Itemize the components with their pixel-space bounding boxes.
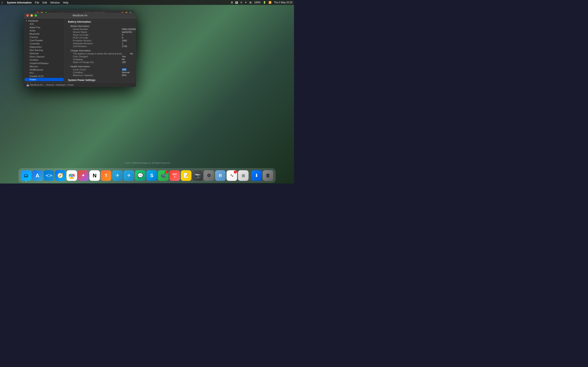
label-hardware-rev: Hardware Revision: bbox=[73, 42, 122, 45]
keyboard-icon[interactable]: A bbox=[249, 1, 252, 4]
row-firmware: Firmware Version: 1002 bbox=[68, 39, 133, 42]
focus-icon[interactable]: ⊙ bbox=[240, 1, 242, 4]
dock-trash[interactable]: 🗑 bbox=[263, 170, 273, 181]
sidebar-item-power[interactable]: Power bbox=[25, 78, 64, 81]
notion-menubar-icon[interactable]: N bbox=[235, 1, 238, 4]
wifi-icon[interactable]: 📶 bbox=[268, 1, 272, 4]
menu-help[interactable]: Help bbox=[63, 1, 68, 4]
row-warning: The battery's charge is below the warnin… bbox=[68, 52, 133, 55]
macbook-icon: 💻 bbox=[26, 83, 29, 86]
menu-window[interactable]: Window bbox=[50, 1, 60, 4]
value-fully-charged: Yes bbox=[122, 55, 126, 58]
value-packlot: 0 bbox=[122, 34, 123, 36]
label-warning: The battery's charge is below the warnin… bbox=[73, 52, 130, 55]
row-state-of-charge: State of Charge (%): 100 bbox=[68, 61, 133, 64]
sidebar-item-camera[interactable]: Camera bbox=[24, 35, 65, 39]
menu-file[interactable]: File bbox=[35, 1, 39, 4]
sidebar-item-cardreader[interactable]: Card Reader bbox=[24, 39, 65, 42]
dock-calendar[interactable]: MAY2 bbox=[169, 170, 180, 181]
sidebar-item-discburning[interactable]: Disc Burning bbox=[24, 49, 65, 52]
downloader-icon: ⬇ bbox=[255, 173, 259, 178]
sidebar-item-memory[interactable]: Memory bbox=[24, 65, 65, 68]
desktop:  System Information File Edit Window He… bbox=[0, 0, 294, 184]
row-cell-rev: Cell Revision: 2735 bbox=[68, 45, 133, 48]
dock-sysprefs[interactable]: ⚙ bbox=[204, 170, 214, 181]
label-fully-charged: Fully Charged: bbox=[73, 55, 122, 58]
dock-facetime[interactable]: 📹 bbox=[158, 170, 169, 181]
model-info-title: Model Information: bbox=[70, 25, 133, 27]
dock-whatsapp[interactable]: 💬 bbox=[135, 170, 146, 181]
trash-icon: 🗑 bbox=[266, 173, 270, 178]
dock-telegram2[interactable]: ✈ bbox=[124, 170, 134, 181]
dock-taplink[interactable]: T bbox=[101, 170, 112, 181]
dock-screenshot[interactable]: 📷 bbox=[192, 170, 203, 181]
row-device: Device Name: bq20z451 bbox=[68, 31, 133, 33]
sidebar-item-parallelscsi[interactable]: Parallel SCSI bbox=[24, 75, 65, 78]
sysprefs-icon: ⚙ bbox=[207, 173, 211, 178]
value-pcblot: 0 bbox=[122, 36, 123, 39]
label-condition: Condition: bbox=[73, 71, 122, 74]
status-bar: 💻 MacBook Air — Azamat › Hardware › Powe… bbox=[24, 82, 136, 87]
activity-icon: ⊞ bbox=[242, 173, 245, 178]
sidebar-item-printers[interactable]: Printers bbox=[24, 81, 65, 82]
sidebar-item-ethernet[interactable]: Ethernet bbox=[24, 52, 65, 55]
value-max-capacity: 85% bbox=[122, 74, 127, 76]
sidebar-item-diagnostics[interactable]: Diagnostics bbox=[24, 45, 65, 49]
dock-freeform[interactable]: ∿ bbox=[227, 170, 237, 181]
sidebar-item-controller[interactable]: Controller bbox=[24, 42, 65, 45]
menu-edit[interactable]: Edit bbox=[43, 1, 47, 4]
value-hardware-rev: 1 bbox=[122, 42, 123, 45]
sidebar-item-fibrechannel[interactable]: Fibre Channel bbox=[24, 55, 65, 58]
battery-info-title: Battery Information: bbox=[68, 20, 133, 23]
sidebar-item-audio[interactable]: Audio bbox=[24, 29, 65, 32]
dock-safari[interactable]: 🧭 bbox=[55, 170, 66, 181]
row-max-capacity: Maximum Capacity: 85% bbox=[68, 74, 133, 77]
battery-percentage: 100% bbox=[254, 1, 260, 4]
sidebar-item-graphics[interactable]: Graphics/Displays bbox=[24, 62, 65, 65]
dock-notes[interactable]: 📝 bbox=[181, 170, 191, 181]
dock-skype[interactable]: S bbox=[147, 170, 157, 181]
chrome-icon bbox=[69, 172, 75, 179]
dock-notion[interactable]: N bbox=[89, 170, 100, 181]
dock-rstudio[interactable]: R bbox=[215, 170, 226, 181]
telegram2-icon: ✈ bbox=[127, 173, 131, 178]
control-center-icon[interactable]: ⊞ bbox=[231, 1, 233, 4]
dock-appstore[interactable]: A bbox=[32, 170, 43, 181]
menubar-right: ⊞ N ⊙ ✶ A 100% 🔋 📶 Thu 2 May 20:23 bbox=[231, 1, 292, 4]
row-pcblot: PCB Lot Code: 0 bbox=[68, 36, 133, 39]
sidebar-item-nvmexpress[interactable]: NVMExpress bbox=[24, 68, 65, 71]
minimize-button[interactable] bbox=[30, 14, 33, 17]
finder-dot bbox=[26, 181, 26, 182]
value-condition: Normal bbox=[122, 71, 130, 74]
label-serial: Serial Number: bbox=[73, 28, 122, 30]
hardware-section[interactable]: ▼ Hardware bbox=[24, 19, 65, 22]
finder-icon: 🗂 bbox=[24, 173, 29, 178]
bluetooth-icon[interactable]: ✶ bbox=[245, 1, 247, 4]
label-cycle: Cycle Count: bbox=[73, 68, 122, 71]
hardware-chevron: ▼ bbox=[26, 20, 27, 22]
dock-downloader[interactable]: ⬇ bbox=[251, 170, 262, 181]
dock-activity[interactable]: ⊞ bbox=[238, 170, 249, 181]
value-cycle: 682 bbox=[122, 68, 127, 71]
system-info-window[interactable]: MacBook Air ▼ Hardware ATA Apple Pay Aud… bbox=[24, 13, 136, 87]
dock-finder[interactable]: 🗂 bbox=[21, 170, 31, 181]
hardware-label: Hardware bbox=[28, 20, 38, 22]
sidebar-item-ata[interactable]: ATA bbox=[24, 22, 65, 26]
battery-icon: 🔋 bbox=[263, 1, 266, 4]
dock-telegram[interactable]: ✈ bbox=[112, 170, 123, 181]
dock-figma[interactable]: ✦ bbox=[78, 170, 89, 181]
apple-menu[interactable]:  bbox=[2, 1, 3, 4]
sidebar-item-bluetooth[interactable]: Bluetooth bbox=[24, 32, 65, 35]
app-body: ▼ Hardware ATA Apple Pay Audio Bluetooth… bbox=[24, 18, 136, 82]
row-fully-charged: Fully Charged: Yes bbox=[68, 55, 133, 58]
sidebar-item-firewire[interactable]: FireWire bbox=[24, 58, 65, 62]
dock-chrome[interactable] bbox=[67, 170, 77, 181]
sidebar-item-pci[interactable]: PCI bbox=[24, 71, 65, 75]
maximize-button[interactable] bbox=[35, 14, 37, 17]
sidebar-item-applepay[interactable]: Apple Pay bbox=[24, 26, 65, 29]
charge-info-title: Charge Information: bbox=[70, 49, 133, 52]
label-charging: Charging: bbox=[73, 58, 122, 60]
copyright: ™ and © 1983-2023 Apple Inc. All Rights … bbox=[123, 162, 171, 164]
dock-vscode[interactable]: ≺≻ bbox=[44, 170, 54, 181]
close-button[interactable] bbox=[26, 14, 29, 17]
